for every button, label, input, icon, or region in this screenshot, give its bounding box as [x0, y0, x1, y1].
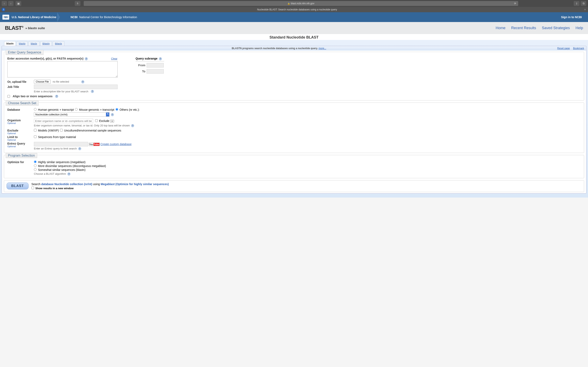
upload-label: Or, upload file — [7, 80, 32, 83]
legend-searchset: Choose Search Set — [6, 101, 39, 106]
entrez-hint: Enter an Entrez query to limit search — [34, 147, 77, 150]
nav-home[interactable]: Home — [496, 26, 506, 30]
align-two-checkbox[interactable] — [7, 95, 10, 98]
db-human-option[interactable]: Human genomic + transcript — [34, 108, 74, 111]
add-organism-button[interactable]: + — [110, 120, 114, 123]
tab-tblastn[interactable]: tblastn — [40, 41, 52, 46]
optional-text: Optional — [7, 145, 32, 148]
nav-help[interactable]: Help — [576, 26, 583, 30]
exclude-models-checkbox[interactable]: Models (XM/XP) — [34, 129, 59, 132]
blast-nav: Home Recent Results Saved Strategies Hel… — [496, 26, 583, 30]
submit-row: BLAST Search database Nucleotide collect… — [4, 180, 584, 192]
job-title-hint: Enter a descriptive title for your BLAST… — [34, 90, 88, 93]
fieldset-searchset: Choose Search Set Database Human genomic… — [4, 103, 584, 153]
help-icon[interactable]: ? — [111, 113, 114, 116]
back-button[interactable]: ‹ — [2, 1, 7, 6]
optional-text: Optional — [7, 139, 32, 141]
database-select[interactable]: Nucleotide collection (nr/nt) — [34, 112, 109, 117]
nlm-link[interactable]: U.S. National Library of Medicine — [12, 16, 56, 19]
fieldset-query: Enter Query Sequence Enter accession num… — [4, 52, 584, 100]
legend-program: Program Selection — [6, 153, 37, 158]
blast-submit-button[interactable]: BLAST — [7, 183, 29, 189]
intro-text: BLASTN programs search nucleotide databa… — [232, 47, 318, 50]
exclude-uncultured-checkbox[interactable]: Uncultured/environmental sample sequence… — [60, 129, 121, 132]
search-description: Search database Nucleotide collection (n… — [31, 183, 169, 186]
limit-type-material-checkbox[interactable]: Sequences from type material — [34, 135, 76, 139]
help-icon[interactable]: ? — [81, 80, 84, 83]
signin-link[interactable]: Sign in to NCBI — [561, 16, 582, 19]
browser-toolbar: ‹ › ▣ ħ 🔒 blast.ncbi.nlm.nih.gov ⟳ ⇪ ⧉ — [0, 0, 588, 7]
url-bar[interactable]: 🔒 blast.ncbi.nlm.nih.gov ⟳ — [84, 1, 518, 6]
ncbi-header: NIH U.S. National Library of Medicine NC… — [0, 12, 588, 22]
db-others-option[interactable]: Others (nr etc.): — [116, 108, 140, 111]
tab-blastn[interactable]: blastn — [4, 41, 16, 46]
choose-file-button[interactable]: Choose File — [34, 80, 51, 84]
from-label: From — [136, 64, 145, 67]
help-icon[interactable]: ? — [131, 124, 134, 127]
reload-icon[interactable]: ⟳ — [514, 2, 516, 5]
blast-subheader: BLAST® » blastn suite Home Recent Result… — [0, 22, 588, 34]
page-title: Standard Nucleotide BLAST — [0, 34, 588, 40]
organism-input[interactable] — [34, 119, 93, 123]
share-button[interactable]: ⇪ — [574, 1, 579, 6]
new-tab-button[interactable]: + — [584, 8, 586, 11]
youtube-icon[interactable]: YouTube — [89, 143, 100, 146]
reset-page-link[interactable]: Reset page — [557, 47, 570, 50]
db-mouse-option[interactable]: Mouse genomic + transcript — [75, 108, 114, 111]
opt-megablast[interactable]: Highly similar sequences (megablast) — [34, 160, 86, 164]
main-panel: BLASTN programs search nucleotide databa… — [2, 46, 586, 193]
job-title-input[interactable] — [34, 85, 118, 89]
tab-blastp[interactable]: blastp — [17, 41, 27, 46]
bookmark-link[interactable]: Bookmark — [573, 47, 584, 50]
to-label: To — [136, 70, 145, 73]
tabs-button[interactable]: ⧉ — [581, 1, 586, 6]
entrez-input[interactable] — [34, 142, 88, 146]
entrez-label: Entrez Query — [7, 142, 32, 145]
optimize-label: Optimize for — [7, 160, 32, 164]
url-text: blast.ncbi.nlm.nih.gov — [291, 2, 314, 5]
nav-recent[interactable]: Recent Results — [511, 26, 536, 30]
fieldset-program: Program Selection Optimize for Highly si… — [4, 155, 584, 178]
opt-disc-megablast[interactable]: More dissimilar sequences (discontiguous… — [34, 164, 106, 167]
exclude-label: Exclude — [7, 129, 32, 132]
pinned-tab-icon[interactable]: ℛ — [2, 8, 5, 11]
clear-link[interactable]: Clear — [111, 57, 117, 60]
intro-more[interactable]: more... — [319, 47, 326, 50]
tab-tblastx[interactable]: tblastx — [53, 41, 64, 46]
reader-button[interactable]: ħ — [75, 1, 80, 6]
organism-hint: Enter organism common name, binomial, or… — [34, 124, 130, 127]
ncbi-full[interactable]: National Center for Biotechnology Inform… — [79, 16, 137, 19]
tab-blastx[interactable]: blastx — [28, 41, 39, 46]
create-db-link[interactable]: Create custom database — [100, 142, 132, 146]
help-icon[interactable]: ? — [55, 95, 58, 98]
help-icon[interactable]: ? — [159, 57, 162, 60]
blast-program-tabs: blastn blastp blastx tblastn tblastx — [2, 40, 586, 46]
optional-text: Optional — [7, 132, 32, 134]
sequence-textarea[interactable] — [7, 61, 118, 77]
job-title-label: Job Title — [7, 85, 32, 89]
forward-button[interactable]: › — [8, 1, 13, 6]
limit-label: Limit to — [7, 135, 32, 139]
help-icon[interactable]: ? — [67, 173, 70, 175]
subrange-label: Query subrange — [136, 57, 157, 60]
ncbi-label[interactable]: NCBI — [71, 16, 78, 19]
legend-query: Enter Query Sequence — [6, 50, 43, 55]
database-label: Database — [7, 108, 32, 111]
intro-row: BLASTN programs search nucleotide databa… — [2, 46, 586, 50]
from-input[interactable] — [147, 63, 164, 67]
to-input[interactable] — [147, 69, 164, 74]
new-window-checkbox[interactable]: Show results in a new window — [31, 187, 74, 190]
help-icon[interactable]: ? — [85, 57, 88, 60]
help-icon[interactable]: ? — [91, 90, 94, 93]
exclude-organism-checkbox[interactable]: Exclude — [95, 119, 109, 123]
browser-tab-title[interactable]: Nucleotide BLAST: Search nucleotide data… — [8, 8, 586, 11]
blast-logo[interactable]: BLAST® — [5, 25, 23, 31]
align-two-label: Align two or more sequences — [13, 95, 52, 98]
nih-logo[interactable]: NIH — [2, 15, 9, 20]
blast-suite: » blastn suite — [25, 26, 45, 30]
nav-saved[interactable]: Saved Strategies — [542, 26, 570, 30]
help-icon[interactable]: ? — [78, 147, 81, 150]
sidebar-toggle[interactable]: ▣ — [16, 1, 21, 6]
organism-label: Organism — [7, 119, 32, 122]
opt-blastn[interactable]: Somewhat similar sequences (blastn) — [34, 168, 86, 171]
